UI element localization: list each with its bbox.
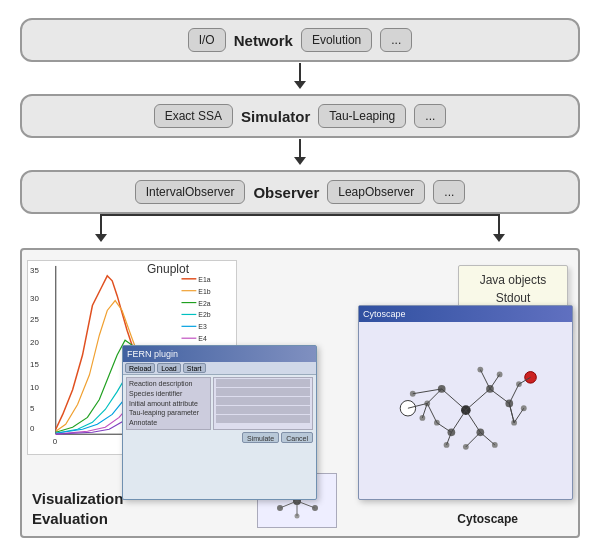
- svg-line-53: [480, 369, 490, 388]
- svg-text:0: 0: [53, 437, 58, 446]
- simulate-btn[interactable]: Simulate: [242, 432, 279, 443]
- network-group: I/O Network Evolution ...: [20, 18, 580, 62]
- arrow-down-2: [294, 138, 306, 166]
- cyto-body: [359, 322, 572, 499]
- network-label: Network: [234, 32, 293, 49]
- reload-btn[interactable]: Reload: [125, 363, 155, 373]
- svg-text:35: 35: [30, 266, 39, 275]
- svg-line-63: [480, 432, 494, 445]
- simulator-more-pill[interactable]: ...: [414, 104, 446, 128]
- split-arrow-left: [100, 214, 102, 234]
- svg-text:E3: E3: [198, 323, 207, 330]
- svg-text:E2b: E2b: [198, 311, 210, 318]
- svg-line-64: [466, 432, 480, 446]
- svg-text:25: 25: [30, 315, 39, 324]
- h-line: [100, 214, 500, 216]
- diagram: I/O Network Evolution ... Exact SSA Simu…: [0, 0, 600, 545]
- svg-text:0: 0: [30, 424, 35, 433]
- svg-line-61: [451, 410, 465, 432]
- svg-line-48: [466, 389, 490, 410]
- svg-text:30: 30: [30, 294, 39, 303]
- svg-text:10: 10: [30, 383, 39, 392]
- svg-point-32: [516, 381, 522, 387]
- bottom-section: 35 30 25 20 15 10 5 0 0 200 400: [20, 248, 580, 538]
- leap-observer-pill[interactable]: LeapObserver: [327, 180, 425, 204]
- svg-text:E1a: E1a: [198, 276, 210, 283]
- arrow2: [15, 138, 585, 166]
- fern-annotate-label: Annotate: [129, 418, 208, 428]
- gnuplot-label: Gnuplot: [147, 262, 189, 276]
- fern-field-5[interactable]: [216, 415, 310, 423]
- svg-line-80: [297, 501, 315, 508]
- cytoscape-window[interactable]: Cytoscape: [358, 305, 573, 500]
- arrow-down-1: [294, 62, 306, 90]
- java-note-line1: Java objects: [480, 271, 547, 289]
- svg-line-50: [509, 384, 519, 403]
- interval-observer-pill[interactable]: IntervalObserver: [135, 180, 246, 204]
- observer-row: IntervalObserver Observer LeapObserver .…: [15, 170, 585, 214]
- viz-line2: Evaluation: [32, 509, 123, 529]
- fern-right-panel: [213, 377, 313, 430]
- svg-point-67: [524, 371, 536, 383]
- molecule-svg: [370, 331, 562, 490]
- simulator-label: Simulator: [241, 108, 310, 125]
- svg-text:5: 5: [30, 404, 35, 413]
- network-row: I/O Network Evolution ...: [15, 18, 585, 62]
- fern-titlebar: FERN plugin: [123, 346, 316, 362]
- svg-line-58: [422, 403, 427, 417]
- svg-text:20: 20: [30, 338, 39, 347]
- start-btn[interactable]: Start: [183, 363, 206, 373]
- svg-line-54: [441, 389, 465, 410]
- svg-line-60: [437, 423, 451, 433]
- svg-line-66: [514, 408, 524, 422]
- fern-field-4[interactable]: [216, 406, 310, 414]
- exact-ssa-pill[interactable]: Exact SSA: [154, 104, 233, 128]
- fern-body: Reaction description Species identifier …: [123, 375, 316, 445]
- svg-line-52: [490, 374, 500, 388]
- svg-text:E2a: E2a: [198, 300, 210, 307]
- fern-field-2[interactable]: [216, 388, 310, 396]
- simulator-group: Exact SSA Simulator Tau-Leaping ...: [20, 94, 580, 138]
- svg-point-47: [400, 400, 415, 415]
- load-btn[interactable]: Load: [157, 363, 181, 373]
- svg-line-49: [490, 389, 509, 403]
- split-arrows: [20, 214, 580, 242]
- fern-reaction-label: Reaction description: [129, 379, 208, 389]
- fern-tau-label: Tau-leaping parameter: [129, 408, 208, 418]
- fern-bottom-btns: Simulate Cancel: [126, 432, 313, 443]
- fern-amount-label: Initial amount attribute: [129, 399, 208, 409]
- fern-toolbar: Reload Load Start: [123, 362, 316, 375]
- fern-species-label: Species identifier: [129, 389, 208, 399]
- svg-text:E1b: E1b: [198, 288, 210, 295]
- cancel-btn[interactable]: Cancel: [281, 432, 313, 443]
- svg-point-33: [496, 371, 502, 377]
- evolution-pill[interactable]: Evolution: [301, 28, 372, 52]
- svg-line-57: [427, 403, 437, 422]
- fern-left-panel: Reaction description Species identifier …: [126, 377, 211, 430]
- svg-line-79: [280, 501, 297, 508]
- svg-text:E4: E4: [198, 335, 207, 342]
- fern-window[interactable]: FERN plugin Reload Load Start Reaction d…: [122, 345, 317, 500]
- svg-point-46: [419, 415, 425, 421]
- fern-field-3[interactable]: [216, 397, 310, 405]
- fern-title: FERN plugin: [127, 349, 178, 359]
- simulator-row: Exact SSA Simulator Tau-Leaping ...: [15, 94, 585, 138]
- cyto-titlebar: Cytoscape: [359, 306, 572, 322]
- tau-leaping-pill[interactable]: Tau-Leaping: [318, 104, 406, 128]
- viz-eval-label: Visualization Evaluation: [32, 489, 123, 528]
- observer-label: Observer: [253, 184, 319, 201]
- arrow1: [15, 62, 585, 90]
- viz-line1: Visualization: [32, 489, 123, 509]
- fern-field-1[interactable]: [216, 379, 310, 387]
- io-pill[interactable]: I/O: [188, 28, 226, 52]
- observer-more-pill[interactable]: ...: [433, 180, 465, 204]
- split-arrow-right: [498, 214, 500, 234]
- network-more-pill[interactable]: ...: [380, 28, 412, 52]
- java-note-line2: Stdout: [496, 289, 531, 307]
- svg-text:15: 15: [30, 360, 39, 369]
- svg-line-62: [466, 410, 480, 432]
- cytoscape-label: Cytoscape: [457, 512, 518, 526]
- cyto-title: Cytoscape: [363, 309, 406, 319]
- observer-group: IntervalObserver Observer LeapObserver .…: [20, 170, 580, 214]
